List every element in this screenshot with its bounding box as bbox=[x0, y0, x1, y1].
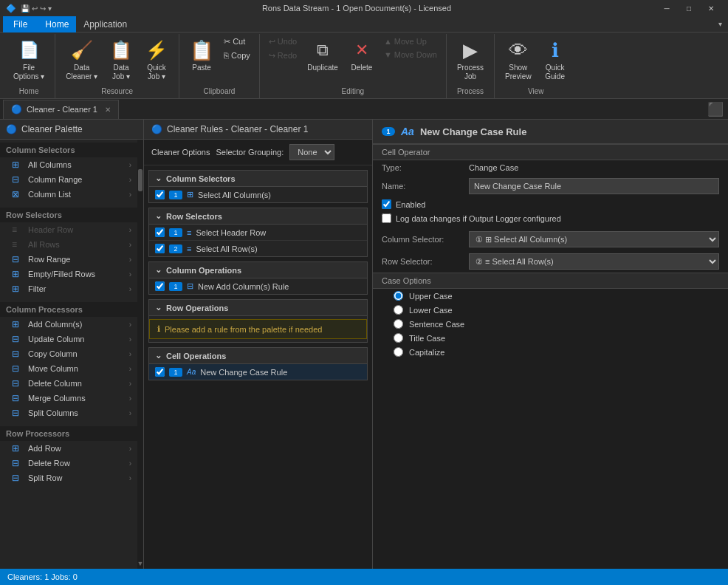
rule-section-row-operations: ⌄ Row Operations ℹ Please add a rule fro… bbox=[148, 299, 368, 343]
palette-item-column-list[interactable]: ⊠ Column List › bbox=[0, 187, 137, 202]
enabled-checkbox[interactable] bbox=[382, 199, 391, 209]
rule-label[interactable]: New Add Column(s) Rule bbox=[198, 282, 289, 291]
file-options-label: FileOptions ▾ bbox=[13, 64, 44, 81]
palette-section-column-processors: Column Processors ⊞ Add Column(s) › ⊟ Up… bbox=[0, 299, 137, 423]
section-divider-case-options: Case Options bbox=[373, 273, 728, 289]
palette-item-copy-column[interactable]: ⊟ Copy Column › bbox=[0, 346, 137, 361]
row-selectors-body: 1 ≡ Select Header Row 2 ≡ Select All Row… bbox=[148, 224, 368, 257]
rule-item: 1 ⊟ New Add Column(s) Rule bbox=[149, 278, 367, 294]
undo-redo-col: ↩ Undo ↪ Redo bbox=[266, 35, 300, 62]
row-selectors-chevron: ⌄ bbox=[155, 211, 162, 221]
rule-checkbox[interactable] bbox=[155, 281, 165, 291]
radio-title-case-input[interactable] bbox=[394, 333, 403, 343]
rule-section-cell-operations-header[interactable]: ⌄ Cell Operations bbox=[148, 347, 368, 363]
selector-grouping-select[interactable]: None bbox=[289, 144, 334, 160]
rule-label[interactable]: Select Header Row bbox=[196, 228, 266, 237]
tab-cleaner1[interactable]: 🔵 Cleaner - Cleaner 1 ✕ bbox=[3, 100, 119, 119]
menu-application[interactable]: Application bbox=[76, 16, 134, 32]
palette-item-empty-filled[interactable]: ⊞ Empty/Filled Rows › bbox=[0, 267, 137, 281]
close-btn[interactable]: ✕ bbox=[700, 0, 722, 16]
data-job-btn[interactable]: 📋 DataJob ▾ bbox=[105, 35, 137, 84]
quick-access-toolbar: 💾 ↩ ↪ ▾ bbox=[21, 4, 52, 13]
clipboard-small-btns: ✂ ✂ CutCut ⎘ Copy bbox=[221, 35, 253, 61]
palette-item-split-columns[interactable]: ⊟ Split Columns › bbox=[0, 406, 137, 420]
prop-row-name: Name: bbox=[373, 175, 728, 197]
log-checkbox[interactable] bbox=[382, 213, 391, 223]
rule-label[interactable]: New Change Case Rule bbox=[200, 368, 287, 377]
palette-item-move-column[interactable]: ⊟ Move Column › bbox=[0, 361, 137, 376]
radio-sentence-case-input[interactable] bbox=[394, 319, 403, 329]
data-cleaner-btn[interactable]: 🧹 DataCleaner ▾ bbox=[61, 35, 102, 84]
rule-section-column-selectors: ⌄ Column Selectors 1 ⊞ Select All Column… bbox=[148, 170, 368, 203]
palette-scrollbar[interactable]: ▼ bbox=[137, 140, 143, 569]
rule-section-row-operations-header[interactable]: ⌄ Row Operations bbox=[148, 299, 368, 315]
titlebar: 🔷 💾 ↩ ↪ ▾ Rons Data Stream - 1 Open Docu… bbox=[0, 0, 728, 16]
duplicate-btn[interactable]: ⧉ Duplicate bbox=[303, 35, 343, 75]
rule-section-column-operations: ⌄ Column Operations 1 ⊟ New Add Column(s… bbox=[148, 261, 368, 295]
paste-btn[interactable]: 📋 Paste bbox=[185, 35, 218, 75]
radio-lower-case-input[interactable] bbox=[394, 305, 403, 315]
empty-filled-label: Empty/Filled Rows bbox=[28, 270, 95, 278]
rule-item-change-case[interactable]: 1 Aa New Change Case Rule bbox=[149, 364, 367, 380]
palette-item-add-row[interactable]: ⊞ Add Row › bbox=[0, 441, 137, 456]
palette-item-split-row[interactable]: ⊟ Split Row › bbox=[0, 471, 137, 485]
ribbon-group-process-label: Process bbox=[453, 87, 488, 97]
palette-item-merge-columns[interactable]: ⊟ Merge Columns › bbox=[0, 391, 137, 406]
file-options-btn[interactable]: 📄 FileOptions ▾ bbox=[9, 35, 49, 84]
palette-item-delete-row[interactable]: ⊟ Delete Row › bbox=[0, 456, 137, 471]
rule-title-bar: 1 Aa New Change Case Rule bbox=[373, 120, 728, 144]
cut-btn[interactable]: ✂ ✂ CutCut bbox=[221, 35, 253, 48]
type-label: Type: bbox=[382, 163, 463, 172]
filter-icon: ⊞ bbox=[12, 284, 24, 294]
process-job-btn[interactable]: ▶ ProcessJob bbox=[453, 35, 488, 84]
quick-guide-btn[interactable]: ℹ QuickGuide bbox=[539, 35, 571, 84]
palette-item-column-range[interactable]: ⊟ Column Range › bbox=[0, 172, 137, 187]
scroll-down-arrow[interactable]: ▼ bbox=[137, 560, 143, 567]
menu-file[interactable]: File bbox=[3, 16, 38, 32]
palette-item-update-column[interactable]: ⊟ Update Column › bbox=[0, 332, 137, 346]
rule-section-cell-operations: ⌄ Cell Operations 1 Aa New Change Case R… bbox=[148, 347, 368, 380]
radio-capitalize: Capitalize bbox=[373, 345, 728, 359]
minimize-btn[interactable]: ─ bbox=[656, 0, 678, 16]
rule-section-column-selectors-header[interactable]: ⌄ Column Selectors bbox=[148, 170, 368, 186]
palette-item-add-columns[interactable]: ⊞ Add Column(s) › bbox=[0, 317, 137, 332]
menu-chevron: ▾ bbox=[718, 20, 725, 28]
name-input[interactable] bbox=[469, 178, 719, 194]
palette-item-row-range[interactable]: ⊟ Row Range › bbox=[0, 252, 137, 267]
radio-upper-case-input[interactable] bbox=[394, 291, 403, 301]
log-row: Log data changes if Output Logger config… bbox=[373, 211, 728, 225]
rule-checkbox[interactable] bbox=[155, 367, 165, 377]
radio-lower-case: Lower Case bbox=[373, 303, 728, 317]
merge-columns-arrow: › bbox=[129, 394, 131, 403]
palette-item-all-columns[interactable]: ⊞ All Columns › bbox=[0, 157, 137, 172]
row-selector-select[interactable]: ② ≡ Select All Row(s) bbox=[469, 253, 719, 270]
redo-btn: ↪ Redo bbox=[266, 49, 300, 62]
menu-home[interactable]: Home bbox=[38, 16, 76, 32]
maximize-btn[interactable]: □ bbox=[678, 0, 700, 16]
quick-job-btn[interactable]: ⚡ QuickJob ▾ bbox=[140, 35, 173, 84]
tab-area-icon: ⬛ bbox=[707, 101, 724, 117]
tab-close-btn[interactable]: ✕ bbox=[105, 106, 111, 114]
palette-item-filter[interactable]: ⊞ Filter › bbox=[0, 281, 137, 296]
ribbon-group-editing: ↩ Undo ↪ Redo ⧉ Duplicate ✕ Delete ▲ Mov… bbox=[260, 34, 447, 98]
rule-section-column-operations-header[interactable]: ⌄ Column Operations bbox=[148, 261, 368, 278]
show-preview-btn[interactable]: 👁 ShowPreview bbox=[501, 35, 536, 84]
rule-checkbox[interactable] bbox=[155, 244, 165, 253]
row-operations-chevron: ⌄ bbox=[155, 303, 162, 312]
column-selector-select[interactable]: ① ⊞ Select All Column(s) bbox=[469, 231, 719, 247]
delete-btn[interactable]: ✕ Delete bbox=[346, 35, 378, 75]
cell-operations-title: Cell Operations bbox=[166, 352, 226, 360]
radio-capitalize-input[interactable] bbox=[394, 347, 403, 357]
rule-checkbox[interactable] bbox=[155, 228, 165, 237]
copy-btn[interactable]: ⎘ Copy bbox=[221, 49, 253, 61]
window-title: Rons Data Stream - 1 Open Document(s) - … bbox=[58, 4, 656, 13]
middle-panel: 🔵 Cleaner Rules - Cleaner - Cleaner 1 Cl… bbox=[144, 120, 373, 569]
rule-section-row-selectors-header[interactable]: ⌄ Row Selectors bbox=[148, 208, 368, 224]
rule-checkbox[interactable] bbox=[155, 190, 165, 199]
ribbon-group-view: 👁 ShowPreview ℹ QuickGuide View bbox=[495, 34, 577, 98]
palette-item-delete-column[interactable]: ⊟ Delete Column › bbox=[0, 376, 137, 391]
header-row-label: Header Row bbox=[28, 225, 73, 234]
rule-label[interactable]: Select All Row(s) bbox=[196, 244, 257, 253]
rule-label[interactable]: Select All Column(s) bbox=[198, 191, 271, 199]
delete-label: Delete bbox=[351, 64, 372, 72]
